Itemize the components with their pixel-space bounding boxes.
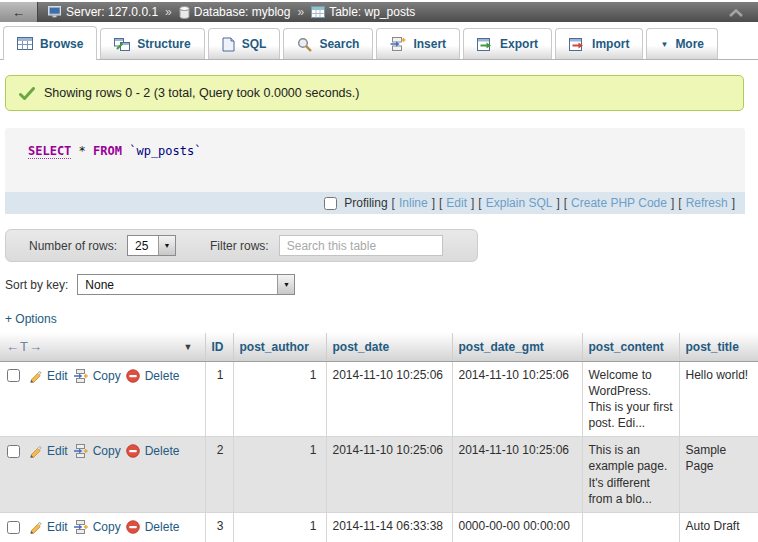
delete-icon xyxy=(126,369,140,383)
export-icon xyxy=(477,38,493,51)
bracket: ] xyxy=(671,196,674,210)
query-toolbar: Profiling [ Inline ] [ Edit ] [ Explain … xyxy=(5,192,745,214)
copy-row-link[interactable]: Copy xyxy=(93,519,121,535)
tab-browse[interactable]: Browse xyxy=(3,26,97,60)
tab-label: More xyxy=(675,37,704,51)
header-row: ←T→ ▼ ID post_author post_date post_date… xyxy=(0,333,758,361)
cell-post-date: 2014-11-14 06:33:38 xyxy=(326,513,452,542)
number-of-rows-select[interactable]: 25 ▼ xyxy=(127,235,176,256)
back-arrow-icon: ← xyxy=(12,5,25,20)
bracket: [ xyxy=(678,196,681,210)
header-actions: ←T→ ▼ xyxy=(0,333,205,361)
tab-label: Insert xyxy=(413,37,446,51)
collapse-top-icon[interactable] xyxy=(728,8,744,17)
cell-post-author: 1 xyxy=(233,437,326,513)
delete-row-link[interactable]: Delete xyxy=(145,519,180,535)
chevron-down-icon: ▼ xyxy=(164,242,171,249)
tab-sql[interactable]: SQL xyxy=(208,28,281,59)
transpose-icon[interactable]: ←T→ xyxy=(6,339,43,354)
status-message: Showing rows 0 - 2 (3 total, Query took … xyxy=(5,75,744,111)
cell-post-date: 2014-11-10 10:25:06 xyxy=(326,361,452,437)
tab-label: SQL xyxy=(242,37,267,51)
database-icon xyxy=(179,6,190,19)
tab-search[interactable]: Search xyxy=(283,28,373,59)
table-row: Edit Copy Delete 2 1 2014-11-10 10:25:06… xyxy=(0,437,758,513)
copy-row-link[interactable]: Copy xyxy=(93,368,121,384)
chevron-down-icon: ▼ xyxy=(660,40,668,49)
actions-cell: Edit Copy Delete xyxy=(0,513,205,542)
copy-icon xyxy=(73,369,88,383)
bracket: ] xyxy=(471,196,474,210)
sql-table-ref: `wp_posts` xyxy=(129,144,201,158)
explain-sql-link[interactable]: Explain SQL xyxy=(486,196,553,210)
bracket: ] xyxy=(432,196,435,210)
breadcrumb-table-link[interactable]: Table: wp_posts xyxy=(329,5,415,19)
bracket: [ xyxy=(564,196,567,210)
status-message-text: Showing rows 0 - 2 (3 total, Query took … xyxy=(44,86,359,100)
header-post-author[interactable]: post_author xyxy=(233,333,326,361)
edit-row-link[interactable]: Edit xyxy=(47,443,68,459)
rows-label: Number of rows: xyxy=(29,239,117,253)
sort-by-key-select[interactable]: None ▼ xyxy=(77,274,295,295)
row-checkbox[interactable] xyxy=(7,521,20,534)
search-icon xyxy=(297,37,312,52)
nav-panel-toggle[interactable]: ← xyxy=(0,2,38,22)
tab-label: Search xyxy=(319,37,359,51)
breadcrumb-database[interactable]: Database: myblog xyxy=(179,5,291,19)
delete-row-link[interactable]: Delete xyxy=(145,368,180,384)
edit-query-link[interactable]: Edit xyxy=(446,196,467,210)
row-checkbox[interactable] xyxy=(7,369,20,382)
row-checkbox[interactable] xyxy=(7,445,20,458)
tab-more[interactable]: ▼ More xyxy=(646,28,718,59)
breadcrumb-table[interactable]: Table: wp_posts xyxy=(311,5,415,19)
pencil-icon xyxy=(28,444,42,458)
breadcrumb-database-link[interactable]: Database: myblog xyxy=(194,5,291,19)
select-dropdown-button: ▼ xyxy=(158,236,175,255)
header-post-content[interactable]: post_content xyxy=(582,333,679,361)
chevron-down-icon: ▼ xyxy=(283,281,290,288)
table-row: Edit Copy Delete 1 1 2014-11-10 10:25:06… xyxy=(0,361,758,437)
inline-link[interactable]: Inline xyxy=(399,196,428,210)
options-toggle[interactable]: + Options xyxy=(5,312,57,326)
breadcrumb-server-link[interactable]: Server: 127.0.0.1 xyxy=(66,5,158,19)
cell-id: 2 xyxy=(205,437,233,513)
copy-row-link[interactable]: Copy xyxy=(93,443,121,459)
header-id[interactable]: ID xyxy=(205,333,233,361)
sort-row: Sort by key: None ▼ xyxy=(5,274,758,295)
success-check-icon xyxy=(19,87,35,100)
copy-icon xyxy=(73,444,88,458)
cell-post-author: 1 xyxy=(233,513,326,542)
table-row: Edit Copy Delete 3 1 2014-11-14 06:33:38… xyxy=(0,513,758,542)
edit-row-link[interactable]: Edit xyxy=(47,368,68,384)
actions-cell: Edit Copy Delete xyxy=(0,437,205,513)
delete-row-link[interactable]: Delete xyxy=(145,443,180,459)
tab-label: Structure xyxy=(137,37,190,51)
profiling-checkbox[interactable] xyxy=(324,197,337,210)
bracket: [ xyxy=(392,196,395,210)
sql-query: SELECT * FROM `wp_posts` xyxy=(5,128,745,192)
column-options-caret-icon[interactable]: ▼ xyxy=(184,342,193,352)
structure-icon xyxy=(114,38,130,51)
insert-icon xyxy=(390,37,406,51)
header-post-title[interactable]: post_title xyxy=(679,333,758,361)
tab-insert[interactable]: Insert xyxy=(376,28,460,59)
header-post-date-gmt[interactable]: post_date_gmt xyxy=(452,333,582,361)
tab-structure[interactable]: Structure xyxy=(100,28,204,59)
sql-keyword-from: FROM xyxy=(93,144,122,158)
cell-post-author: 1 xyxy=(233,361,326,437)
tab-import[interactable]: Import xyxy=(555,28,643,59)
filter-label: Filter rows: xyxy=(210,239,269,253)
edit-row-link[interactable]: Edit xyxy=(47,519,68,535)
header-post-date[interactable]: post_date xyxy=(326,333,452,361)
tab-export[interactable]: Export xyxy=(463,28,552,59)
pencil-icon xyxy=(28,369,42,383)
bracket: ] xyxy=(556,196,559,210)
sort-label: Sort by key: xyxy=(5,278,68,292)
sql-keyword-select: SELECT xyxy=(28,144,71,159)
select-dropdown-button: ▼ xyxy=(277,275,294,294)
create-php-code-link[interactable]: Create PHP Code xyxy=(571,196,667,210)
breadcrumb-server[interactable]: Server: 127.0.0.1 xyxy=(48,5,158,19)
cell-id: 1 xyxy=(205,361,233,437)
filter-input[interactable] xyxy=(279,235,443,256)
refresh-link[interactable]: Refresh xyxy=(686,196,728,210)
